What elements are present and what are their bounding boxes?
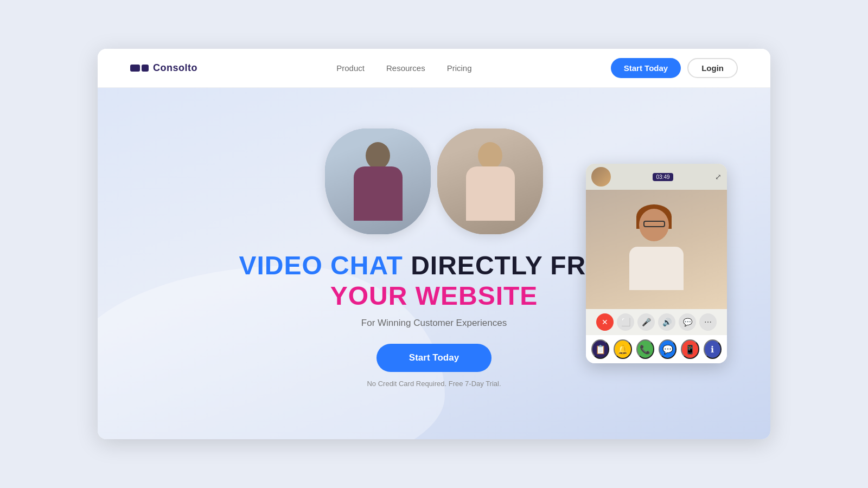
video-person [629,209,684,290]
widget-header: 03:49 ⤢ [586,164,727,190]
volume-button[interactable]: 🔊 [658,313,675,331]
logo-block-2 [142,65,149,72]
hero-image-right [437,129,543,234]
chat-button[interactable]: 💬 [679,313,696,331]
person-right-photo [437,129,543,234]
nav-pricing[interactable]: Pricing [447,63,472,73]
navbar-login-button[interactable]: Login [687,58,738,78]
app-copy-button[interactable]: 📋 [591,339,609,359]
end-call-button[interactable]: ✕ [596,313,614,331]
expand-icon[interactable]: ⤢ [715,172,722,181]
person-left-silhouette [354,142,403,221]
app-messenger-button[interactable]: 💬 [659,339,676,359]
person-right-body [466,166,515,221]
app-info-button[interactable]: ℹ [704,339,722,359]
video-chat-widget: 03:49 ⤢ ✕ ⬜ 🎤 [586,164,727,363]
video-head-area [639,209,674,252]
browser-window: Consolto Product Resources Pricing Start… [98,49,770,439]
logo: Consolto [130,62,197,74]
logo-icon [130,65,149,72]
widget-video-area [586,190,727,309]
widget-apps: 📋 🔔 📞 💬 📱 ℹ [586,335,727,363]
video-head [639,209,669,241]
person-left-body [354,166,403,221]
hero-title-line1: VIDEO CHAT DIRECTLY FROM [239,252,629,280]
person-left-head [366,142,390,169]
hero-images [325,129,543,234]
video-glasses [643,221,665,227]
hero-section: VIDEO CHAT DIRECTLY FROM YOUR WEBSITE Fo… [98,88,770,439]
hero-image-left [325,129,431,234]
navbar-start-today-button[interactable]: Start Today [611,58,681,78]
nav-actions: Start Today Login [611,58,738,78]
widget-controls: ✕ ⬜ 🎤 🔊 💬 ⋯ [586,309,727,335]
hero-title-your-website: YOUR WEBSITE [239,280,629,312]
mute-mic-button[interactable]: 🎤 [637,313,655,331]
app-whatsapp-button[interactable]: 📞 [636,339,654,359]
person-right-silhouette [466,142,515,221]
hero-start-today-button[interactable]: Start Today [376,344,492,372]
hero-title-video-chat: VIDEO CHAT [239,251,403,280]
hero-title: VIDEO CHAT DIRECTLY FROM YOUR WEBSITE [239,252,629,311]
widget-avatar [591,167,611,187]
hero-note: No Credit Card Required. Free 7-Day Tria… [367,380,501,388]
person-right-head [478,142,502,169]
hero-subtitle: For Winning Customer Experiences [361,318,507,329]
nav-links: Product Resources Pricing [336,63,471,73]
nav-product[interactable]: Product [336,63,365,73]
navbar: Consolto Product Resources Pricing Start… [98,49,770,88]
nav-resources[interactable]: Resources [386,63,425,73]
logo-block-1 [130,65,140,72]
more-options-button[interactable]: ⋯ [699,313,717,331]
app-phone-button[interactable]: 📱 [681,339,699,359]
brand-name: Consolto [153,62,197,74]
video-body [629,247,684,290]
widget-timer: 03:49 [653,173,673,181]
app-bell-button[interactable]: 🔔 [614,339,631,359]
person-left-photo [325,129,431,234]
screen-share-button[interactable]: ⬜ [617,313,634,331]
